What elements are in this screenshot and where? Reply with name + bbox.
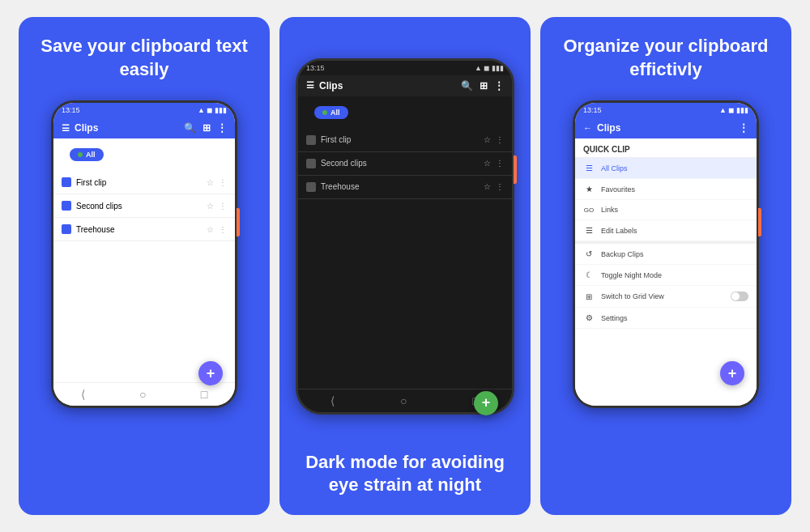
nav-recent-icon-center[interactable]: ⟨ <box>330 394 335 407</box>
more-icon-right[interactable]: ⋮ <box>739 122 748 134</box>
nav-recent-icon-left[interactable]: ⟨ <box>81 388 85 401</box>
list-center: First clip ☆ ⋮ Second clips ☆ <box>298 129 512 199</box>
panel-right: Organize your clipboard effictivly 13:15… <box>540 17 791 515</box>
toggle-switch-grid[interactable] <box>731 292 748 301</box>
item-text-3: Treehouse <box>76 225 207 234</box>
toolbar-icons-left: 🔍 ⊞ ⋮ <box>184 122 227 134</box>
menu-label-r3: Edit Labels <box>601 227 748 235</box>
item-actions-2: ☆ ⋮ <box>207 202 227 211</box>
screen-empty-center <box>298 199 512 389</box>
item-actions-1: ☆ ⋮ <box>207 178 227 187</box>
menu-icon-r4: ↺ <box>583 249 595 258</box>
archive-icon-left[interactable]: ⊞ <box>202 122 211 134</box>
item-text-1: First clip <box>76 178 207 187</box>
item-actions-c2: ☆ ⋮ <box>484 159 504 168</box>
side-btn-left <box>237 208 240 236</box>
search-icon-left[interactable]: 🔍 <box>184 122 196 134</box>
toolbar-right: ← Clips ⋮ <box>575 117 757 138</box>
search-icon-center[interactable]: 🔍 <box>461 80 473 92</box>
star-icon-c2[interactable]: ☆ <box>484 159 491 168</box>
list-item-center-2[interactable]: Second clips ☆ ⋮ <box>298 152 512 176</box>
item-text-c3: Treehouse <box>321 182 484 191</box>
menu-item-right-4[interactable]: ↺ Backup Clips <box>575 241 757 265</box>
star-icon-2[interactable]: ☆ <box>207 202 214 211</box>
panel-center-title: Dark mode for avoiding eye strain at nig… <box>279 440 531 515</box>
filter-chip-center[interactable]: All <box>314 106 348 119</box>
more-icon-c2[interactable]: ⋮ <box>496 159 504 168</box>
list-item-center-3[interactable]: Treehouse ☆ ⋮ <box>298 176 512 199</box>
nav-home-icon-center[interactable]: ○ <box>400 394 407 407</box>
toggle-knob-grid <box>731 292 740 300</box>
menu-label-r7: Settings <box>601 314 748 322</box>
more-icon-c1[interactable]: ⋮ <box>496 135 504 144</box>
status-icons-left: ▲ ◼ ▮▮▮ <box>198 106 227 114</box>
chip-dot-center <box>322 110 327 115</box>
more-icon-center[interactable]: ⋮ <box>494 80 504 92</box>
menu-icon-r5: ☾ <box>583 270 595 279</box>
star-icon-c3[interactable]: ☆ <box>484 182 491 191</box>
more-icon-c3[interactable]: ⋮ <box>496 182 504 191</box>
star-icon-3[interactable]: ☆ <box>207 225 214 234</box>
phone-mockup-center: 13:15 ▲ ◼ ▮▮▮ ☰ Clips 🔍 ⊞ ⋮ <box>296 58 514 415</box>
nav-home-icon-left[interactable]: ○ <box>139 388 146 401</box>
more-icon-1[interactable]: ⋮ <box>219 178 227 187</box>
menu-item-right-7[interactable]: ⚙ Settings <box>575 308 757 329</box>
fab-right[interactable]: + <box>720 361 744 385</box>
menu-item-right-6[interactable]: ⊞ Switch to Grid View <box>575 286 757 308</box>
menu-icon-r0: ☰ <box>583 164 595 172</box>
list-item-left-2[interactable]: Second clips ☆ ⋮ <box>53 194 235 218</box>
menu-item-right-5[interactable]: ☾ Toggle Night Mode <box>575 265 757 286</box>
toolbar-title-right: Clips <box>597 122 739 134</box>
side-btn-right <box>758 208 761 236</box>
more-icon-left[interactable]: ⋮ <box>217 122 227 134</box>
menu-icon-r3: ☰ <box>583 226 595 235</box>
item-text-c2: Second clips <box>321 159 484 168</box>
more-icon-2[interactable]: ⋮ <box>219 202 227 211</box>
menu-item-right-0[interactable]: ☰ All Clips <box>575 158 757 179</box>
menu-header-right: QUICK CLIP <box>575 138 757 158</box>
toolbar-title-left: Clips <box>75 122 184 134</box>
menu-icon-r7: ⚙ <box>583 313 595 322</box>
filter-chip-left[interactable]: All <box>70 148 104 161</box>
fab-left[interactable]: + <box>198 361 223 385</box>
menu-item-right-1[interactable]: ★ Favourites <box>575 179 757 200</box>
menu-label-r5: Toggle Night Mode <box>601 271 748 279</box>
phone-screen-right: 13:15 ▲ ◼ ▮▮▮ ← Clips ⋮ <box>575 103 757 406</box>
nav-back-icon-left[interactable]: □ <box>201 388 207 401</box>
panel-center: 13:15 ▲ ◼ ▮▮▮ ☰ Clips 🔍 ⊞ ⋮ <box>279 17 531 515</box>
star-icon-c1[interactable]: ☆ <box>484 135 491 144</box>
archive-icon-center[interactable]: ⊞ <box>480 80 488 92</box>
item-icon-c3 <box>306 182 316 192</box>
menu-icon-r1: ★ <box>583 185 595 194</box>
list-item-left-1[interactable]: First clip ☆ ⋮ <box>53 171 235 194</box>
list-item-center-1[interactable]: First clip ☆ ⋮ <box>298 129 512 152</box>
phone-screen-left: 13:15 ▲ ◼ ▮▮▮ ☰ Clips 🔍 ⊞ ⋮ <box>53 103 235 406</box>
more-icon-3[interactable]: ⋮ <box>219 225 227 234</box>
item-icon-1 <box>62 177 71 187</box>
menu-label-r2: Links <box>601 206 748 214</box>
item-actions-c3: ☆ ⋮ <box>484 182 504 191</box>
item-icon-2 <box>62 201 71 211</box>
status-bar-left: 13:15 ▲ ◼ ▮▮▮ <box>53 103 235 117</box>
menu-label-r6: Switch to Grid View <box>601 292 731 300</box>
menu-item-right-2[interactable]: GO Links <box>575 200 757 220</box>
item-actions-c1: ☆ ⋮ <box>484 135 504 144</box>
status-bar-right: 13:15 ▲ ◼ ▮▮▮ <box>575 103 757 117</box>
back-icon-right[interactable]: ← <box>583 123 592 133</box>
menu-label-r0: All Clips <box>601 164 748 172</box>
menu-icon-r6: ⊞ <box>583 292 595 301</box>
menu-item-right-3[interactable]: ☰ Edit Labels <box>575 220 757 241</box>
list-item-left-3[interactable]: Treehouse ☆ ⋮ <box>53 218 235 241</box>
fab-center[interactable]: + <box>474 391 498 415</box>
toolbar-center: ☰ Clips 🔍 ⊞ ⋮ <box>298 75 512 96</box>
item-text-c1: First clip <box>321 135 484 144</box>
item-text-2: Second clips <box>76 202 207 211</box>
star-icon-1[interactable]: ☆ <box>207 178 214 187</box>
menu-icon-left[interactable]: ☰ <box>62 123 70 134</box>
toolbar-icons-right: ⋮ <box>739 122 748 134</box>
panel-left: Save your clipboard text easily 13:15 ▲ … <box>19 17 270 515</box>
item-icon-c1 <box>306 135 316 145</box>
side-btn-center <box>514 155 517 184</box>
menu-icon-center[interactable]: ☰ <box>306 80 314 91</box>
menu-label-r4: Backup Clips <box>601 250 748 258</box>
